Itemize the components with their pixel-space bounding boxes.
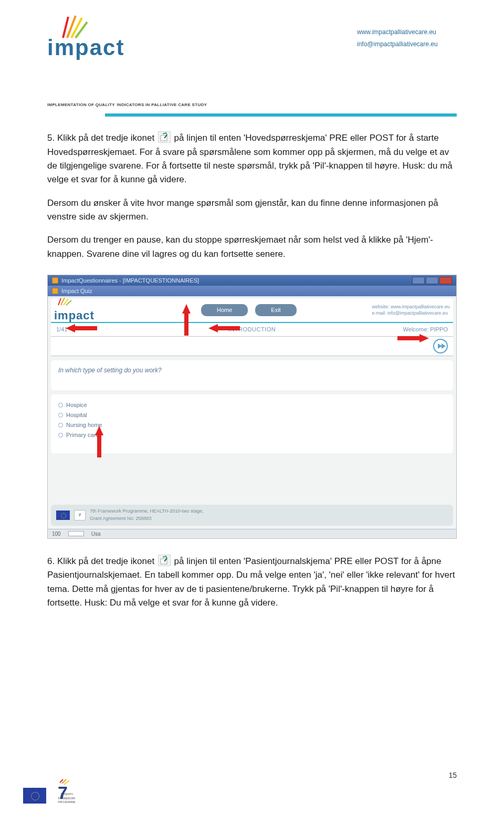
logo-subline: IMPLEMENTATION OF QUALITY INDICATORS IN … xyxy=(47,102,184,108)
fp7-icon: 7 xyxy=(74,510,86,520)
document-body-2: 6. Klikk på det tredje ikonet på linjen … xyxy=(47,555,457,610)
document-body: 5. Klikk på det tredje ikonet på linjen … xyxy=(47,131,457,261)
paragraph-step6: 6. Klikk på det tredje ikonet på linjen … xyxy=(47,555,457,610)
paragraph-pause: Dersom du trenger en pause, kan du stopp… xyxy=(47,233,457,261)
status-zoom: 100 xyxy=(52,530,61,538)
logo-word: impact xyxy=(47,30,124,65)
answer-option[interactable]: Nursing home xyxy=(58,421,446,430)
questionnaire-start-icon xyxy=(158,555,171,566)
answers-panel: Hospice Hospital Nursing home Primary ca… xyxy=(51,394,453,453)
app-icon xyxy=(52,277,58,284)
child-app-icon xyxy=(52,288,58,294)
questionnaire-start-icon xyxy=(158,131,171,143)
status-lang: Usa xyxy=(91,530,101,538)
logo-burst-icon xyxy=(56,297,77,306)
minimize-button[interactable] xyxy=(412,277,425,284)
quiz-progress-bar: 1/41 INTRODUCTION Welcome: PIPPO xyxy=(51,323,453,337)
annotation-arrow-next xyxy=(392,331,429,345)
child-window-titlebar[interactable]: Impact Quiz xyxy=(48,286,456,296)
paragraph-remaining: Dersom du ønsker å vite hvor mange spørs… xyxy=(47,196,457,224)
footer-logos: 7 SEVENTH FRAMEWORK PROGRAMME xyxy=(23,780,76,804)
annotation-arrow-progress xyxy=(66,321,102,335)
header-separator xyxy=(105,113,457,117)
maximize-button[interactable] xyxy=(426,277,438,284)
window-title: ImpactQuestionnaires - [IMPACTQUESTIONNA… xyxy=(61,276,199,285)
quiz-footer: 7 7th Framework Programme, HEALTH-2010-t… xyxy=(51,505,453,526)
page-number: 15 xyxy=(448,770,457,781)
annotation-arrow-home xyxy=(180,304,193,341)
close-button[interactable] xyxy=(439,277,452,284)
contact-url: www.impactpalliativecare.eu xyxy=(357,26,457,38)
answer-option[interactable]: Hospital xyxy=(58,411,446,420)
app-screenshot: ImpactQuestionnaires - [IMPACTQUESTIONNA… xyxy=(47,275,457,539)
eu-flag-icon xyxy=(23,788,46,804)
home-button[interactable]: Home xyxy=(201,304,248,316)
eu-flag-icon xyxy=(56,510,70,520)
answer-option[interactable]: Hospice xyxy=(58,401,446,410)
quiz-logo: impact xyxy=(54,298,133,321)
window-controls[interactable] xyxy=(412,277,452,284)
child-window-title: Impact Quiz xyxy=(61,287,92,296)
fp7-logo: 7 SEVENTH FRAMEWORK PROGRAMME xyxy=(55,780,76,804)
page-header: impact IMPLEMENTATION OF QUALITY INDICAT… xyxy=(47,16,457,108)
question-text: In which type of setting do you work? xyxy=(58,367,162,374)
annotation-arrow-section xyxy=(208,321,245,335)
paragraph-step5: 5. Klikk på det tredje ikonet på linjen … xyxy=(47,131,457,186)
exit-button[interactable]: Exit xyxy=(255,304,296,316)
status-bar: 100 Usa xyxy=(48,529,456,538)
contact-info: www.impactpalliativecare.eu info@impactp… xyxy=(357,26,457,50)
window-titlebar[interactable]: ImpactQuestionnaires - [IMPACTQUESTIONNA… xyxy=(48,275,456,286)
contact-email: info@impactpalliativecare.eu xyxy=(357,38,457,50)
quiz-header: impact Home Exit website: www.impactpall… xyxy=(51,298,453,323)
question-panel: In which type of setting do you work? xyxy=(51,360,453,390)
impact-logo: impact IMPLEMENTATION OF QUALITY INDICAT… xyxy=(47,16,184,108)
annotation-arrow-answers xyxy=(93,426,106,463)
next-button[interactable] xyxy=(433,339,448,353)
answer-option[interactable]: Primary care xyxy=(58,431,446,440)
quiz-contact-info: website: www.impactpalliativecare.eu e-m… xyxy=(372,304,450,317)
